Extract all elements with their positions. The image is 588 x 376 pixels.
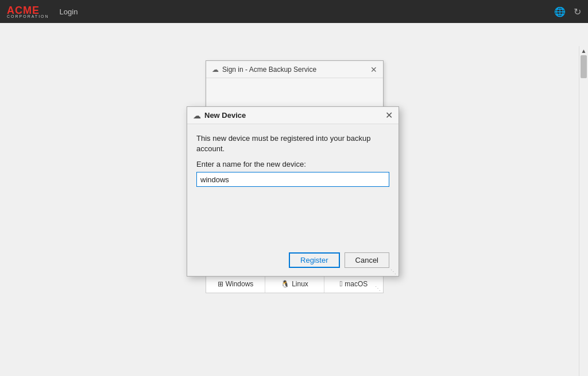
- dialog-body: This new device must be registered into …: [187, 124, 399, 247]
- scroll-up-arrow[interactable]: ▲: [579, 46, 589, 55]
- scrollbar: ▲ ▼: [579, 46, 588, 376]
- scrollbar-track[interactable]: [579, 55, 588, 376]
- dialog-close-button[interactable]: ✕: [385, 111, 393, 120]
- os-tabs-row: ⊞ Windows 🐧 Linux  macOS: [206, 274, 383, 293]
- cancel-button[interactable]: Cancel: [345, 252, 389, 268]
- dialog-title: New Device: [204, 111, 246, 120]
- signin-titlebar: ☁ Sign in - Acme Backup Service ✕: [206, 61, 383, 78]
- dialog-description: This new device must be registered into …: [196, 133, 389, 154]
- os-tab-windows[interactable]: ⊞ Windows: [206, 275, 265, 293]
- signin-title: Sign in - Acme Backup Service: [222, 66, 316, 74]
- main-area: ☁ Sign in - Acme Backup Service ✕ ☁ New …: [0, 23, 588, 376]
- windows-label: Windows: [226, 280, 254, 288]
- linux-icon: 🐧: [281, 280, 289, 288]
- resize-handle: ⋱: [390, 268, 396, 275]
- dialog-titlebar-left: ☁ New Device: [193, 111, 246, 120]
- new-device-dialog: ☁ New Device ✕ This new device must be r…: [187, 106, 399, 277]
- topbar-icons: 🌐 ↻: [554, 6, 581, 17]
- linux-label: Linux: [292, 280, 308, 288]
- globe-icon[interactable]: 🌐: [554, 6, 566, 17]
- dialog-spacer: [196, 194, 389, 240]
- dialog-buttons: Register Cancel: [187, 247, 399, 276]
- os-tab-macos[interactable]:  macOS: [324, 275, 383, 293]
- device-name-input[interactable]: [196, 172, 389, 187]
- dialog-titlebar: ☁ New Device ✕: [187, 107, 399, 124]
- cloud-icon: ☁: [212, 66, 219, 74]
- acme-logo: ACME CORPORATION: [7, 5, 49, 18]
- device-name-label: Enter a name for the new device:: [196, 160, 389, 168]
- register-button[interactable]: Register: [289, 252, 339, 268]
- signin-close-button[interactable]: ✕: [370, 65, 377, 74]
- signin-titlebar-left: ☁ Sign in - Acme Backup Service: [212, 66, 316, 74]
- dialog-cloud-icon: ☁: [193, 111, 201, 120]
- windows-icon: ⊞: [218, 280, 223, 288]
- topbar: ACME CORPORATION Login 🌐 ↻: [0, 0, 588, 23]
- refresh-icon[interactable]: ↻: [574, 6, 581, 17]
- macos-label: macOS: [345, 280, 368, 288]
- logo-sub: CORPORATION: [7, 14, 49, 18]
- apple-icon: : [340, 279, 343, 288]
- lower-resize-handle: ⋱: [375, 285, 381, 291]
- scrollbar-thumb[interactable]: [581, 55, 587, 78]
- page-title: Login: [60, 7, 78, 16]
- os-tab-linux[interactable]: 🐧 Linux: [265, 275, 324, 293]
